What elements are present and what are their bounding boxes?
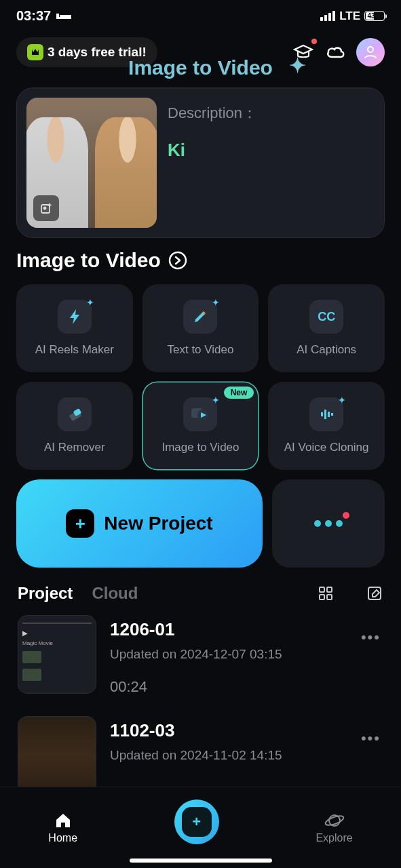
- grid-view-icon[interactable]: [317, 585, 335, 602]
- plus-icon: +: [66, 509, 94, 538]
- new-project-label: New Project: [104, 513, 212, 534]
- voice-icon: ✦: [309, 397, 343, 431]
- chevron-circle-icon: [168, 250, 188, 271]
- network-label: LTE: [339, 9, 360, 23]
- bottom-nav: Home + Explore: [0, 787, 401, 868]
- project-updated: Updated on 2024-11-02 14:15: [110, 748, 345, 763]
- svg-rect-18: [327, 595, 332, 599]
- eraser-icon: [58, 397, 92, 431]
- signal-icon: [320, 11, 335, 21]
- pen-icon: ✦: [183, 300, 217, 334]
- svg-point-21: [324, 814, 345, 827]
- status-time: 03:37: [16, 8, 51, 24]
- project-thumbnail: ▶Magic Movie: [18, 615, 96, 694]
- image-play-icon: ✦: [183, 397, 217, 431]
- bed-icon: [56, 11, 71, 22]
- tool-label: Text to Video: [168, 343, 234, 357]
- nav-explore[interactable]: Explore: [316, 812, 352, 844]
- section-header[interactable]: Image to Video: [0, 249, 401, 284]
- tool-label: AI Captions: [297, 343, 356, 357]
- description-label: Description：: [168, 103, 375, 123]
- nav-label: Home: [48, 832, 77, 844]
- battery-icon: 43: [364, 11, 385, 21]
- project-more-button[interactable]: •••: [358, 716, 383, 761]
- tool-ai-captions[interactable]: CC AI Captions: [268, 284, 385, 372]
- tool-ai-reels-maker[interactable]: ✦ AI Reels Maker: [16, 284, 133, 372]
- svg-rect-13: [328, 412, 330, 417]
- cc-icon: CC: [309, 300, 343, 334]
- tool-ai-voice-cloning[interactable]: ✦ AI Voice Cloning: [268, 382, 385, 470]
- project-duration: 00:24: [110, 678, 345, 696]
- more-tools-button[interactable]: [272, 479, 385, 568]
- section-title: Image to Video: [16, 249, 161, 272]
- notification-dot-icon: [343, 512, 349, 519]
- tool-image-to-video[interactable]: New ✦ Image to Video: [142, 382, 259, 470]
- new-project-button[interactable]: + New Project: [16, 479, 263, 568]
- svg-rect-16: [327, 587, 332, 592]
- hero-title: Image to Video ✦: [0, 56, 401, 79]
- svg-point-3: [368, 47, 373, 52]
- svg-rect-15: [320, 587, 324, 592]
- project-name: 1206-01: [110, 619, 345, 640]
- project-name: 1102-03: [110, 720, 345, 741]
- tool-label: AI Voice Cloning: [284, 441, 369, 454]
- tool-text-to-video[interactable]: ✦ Text to Video: [142, 284, 259, 372]
- preview-image: [26, 98, 157, 228]
- svg-rect-12: [324, 410, 326, 419]
- status-bar: 03:37 LTE 43: [0, 0, 401, 29]
- project-thumbnail: [18, 716, 96, 795]
- new-badge: New: [224, 387, 254, 399]
- home-indicator[interactable]: [130, 859, 272, 863]
- svg-rect-17: [320, 595, 324, 599]
- svg-rect-2: [60, 15, 71, 17]
- image-action-icon[interactable]: [33, 195, 59, 221]
- svg-rect-11: [321, 412, 323, 416]
- nav-home[interactable]: Home: [48, 812, 77, 844]
- project-updated: Updated on 2024-12-07 03:15: [110, 647, 345, 662]
- project-actions-row: + New Project: [0, 470, 401, 584]
- plus-icon: +: [182, 807, 212, 837]
- description-text: Ki: [168, 140, 375, 161]
- tool-grid: ✦ AI Reels Maker ✦ Text to Video CC AI C…: [0, 284, 401, 470]
- tab-project[interactable]: Project: [18, 584, 73, 603]
- tool-ai-remover[interactable]: AI Remover: [16, 382, 133, 470]
- bolt-icon: ✦: [58, 300, 92, 334]
- svg-point-6: [170, 252, 186, 269]
- tool-label: Image to Video: [161, 441, 239, 454]
- tool-label: AI Remover: [44, 441, 105, 454]
- preview-card[interactable]: Description： Ki: [16, 87, 385, 238]
- edit-icon[interactable]: [366, 585, 383, 602]
- tool-label: AI Reels Maker: [35, 343, 114, 357]
- planet-icon: [324, 812, 345, 829]
- nav-label: Explore: [316, 832, 352, 844]
- project-item[interactable]: ▶Magic Movie 1206-01 Updated on 2024-12-…: [18, 615, 383, 716]
- home-icon: [54, 812, 73, 829]
- svg-point-5: [44, 208, 46, 210]
- svg-rect-0: [56, 17, 71, 19]
- fab-create[interactable]: +: [174, 800, 219, 844]
- svg-rect-1: [56, 14, 59, 17]
- svg-rect-14: [331, 413, 333, 416]
- project-list: ▶Magic Movie 1206-01 Updated on 2024-12-…: [0, 615, 401, 815]
- project-more-button[interactable]: •••: [358, 615, 383, 660]
- tabs-row: Project Cloud: [0, 584, 401, 615]
- tab-cloud[interactable]: Cloud: [92, 584, 138, 603]
